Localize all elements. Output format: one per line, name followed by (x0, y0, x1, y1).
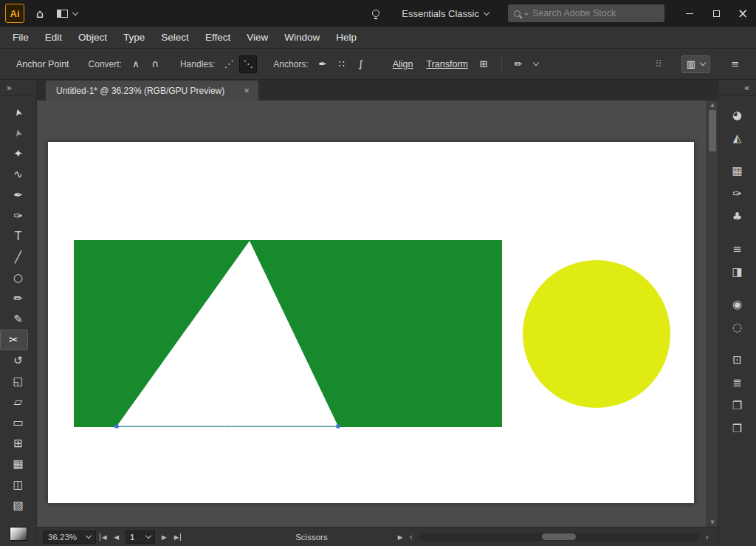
previous-artboard-button[interactable]: ◀ (114, 533, 120, 541)
panel-dock-toggle-button[interactable]: ▥ (681, 55, 710, 73)
anchor-right[interactable] (337, 425, 340, 429)
type-tool[interactable]: T (0, 226, 37, 247)
maximize-button[interactable] (703, 0, 729, 27)
brushes-panel-button[interactable]: ✑ (718, 182, 756, 205)
illustrator-logo: Ai (5, 4, 24, 23)
status-expand-button[interactable]: ▶ (398, 533, 403, 541)
menu-help[interactable]: Help (328, 27, 365, 49)
ellipse-tool[interactable]: ○ (0, 267, 37, 288)
arrange-documents-button[interactable] (57, 10, 78, 18)
transparency-panel-button[interactable]: ◉ (718, 293, 756, 315)
appearance-panel-button[interactable]: ◌ (718, 315, 756, 338)
style-options-button[interactable]: ✏ (509, 55, 527, 73)
artboards-panel-button[interactable]: ❒ (718, 417, 756, 440)
anchor-mid[interactable] (227, 426, 229, 428)
menu-view[interactable]: View (238, 27, 276, 49)
slice-tool-icon: ▧ (13, 499, 23, 512)
width-tool[interactable]: ▱ (0, 392, 37, 412)
selection-tool[interactable]: ➤ (0, 102, 37, 123)
panel-expand-button[interactable]: « (718, 80, 756, 96)
ellipse-tool-icon: ○ (13, 271, 23, 284)
curvature-tool[interactable]: ✑ (0, 205, 37, 226)
cut-path-button[interactable]: ∫ (352, 55, 370, 73)
menu-edit[interactable]: Edit (37, 27, 70, 49)
zoom-level-select[interactable]: 36.23% (43, 530, 96, 544)
yellow-circle[interactable] (523, 260, 670, 408)
home-icon[interactable]: ⌂ (36, 7, 44, 21)
discover-lightbulb-icon[interactable] (372, 10, 379, 17)
toolbar-expand-button[interactable]: » (0, 80, 36, 96)
asset-export-panel-button[interactable]: ❐ (718, 394, 756, 417)
artboard[interactable] (48, 142, 694, 503)
artboard-number-input[interactable] (130, 533, 145, 542)
grid-snapping-icon[interactable]: ⠿ (655, 58, 662, 69)
color-panel-button[interactable]: ◕ (718, 103, 756, 126)
pencil-tool[interactable]: ✎ (0, 309, 37, 330)
horizontal-scrollbar[interactable] (419, 533, 699, 541)
connect-anchors-button[interactable]: ✒ (314, 55, 331, 73)
rotate-tool[interactable]: ↺ (0, 350, 37, 371)
menu-file[interactable]: File (4, 27, 37, 49)
gradient-panel-button[interactable]: ◨ (718, 260, 756, 283)
swatches-panel-button[interactable]: ▦ (718, 159, 756, 182)
align-link[interactable]: Align (393, 59, 413, 69)
stock-search-box[interactable] (508, 4, 664, 22)
stroke-panel-button[interactable]: ≡ (718, 237, 756, 260)
swatches-panel-icon: ▦ (732, 164, 742, 177)
menu-effect[interactable]: Effect (197, 27, 238, 49)
scroll-down-icon[interactable]: ▼ (707, 519, 718, 525)
slice-tool[interactable]: ▧ (0, 495, 37, 516)
menu-type[interactable]: Type (115, 27, 153, 49)
anchor-left[interactable] (115, 425, 119, 429)
document-tab[interactable]: Untitled-1* @ 36.23% (RGB/GPU Preview) × (46, 81, 258, 100)
vertical-scrollbar[interactable]: ▲ ▼ (707, 100, 718, 527)
hscroll-right-icon[interactable]: › (705, 532, 709, 542)
menu-object[interactable]: Object (70, 27, 115, 49)
color-guide-panel-button[interactable]: ◭ (718, 126, 756, 149)
close-button[interactable]: × (729, 0, 756, 27)
canvas-viewport[interactable]: ▲ ▼ (37, 100, 718, 527)
isolate-selection-button[interactable]: ⊞ (475, 55, 492, 73)
scroll-up-icon[interactable]: ▲ (707, 102, 718, 108)
convert-to-corner-button[interactable]: ∧ (127, 55, 145, 73)
scale-tool[interactable]: ◱ (0, 371, 37, 392)
artboard-tool[interactable]: ◫ (0, 474, 37, 495)
remove-anchors-button[interactable]: ∷ (333, 55, 351, 73)
first-artboard-button[interactable]: ◀ (100, 533, 107, 541)
tab-close-icon[interactable]: × (244, 85, 250, 96)
panels-rail: ◕◭▦✑♣≡◨◉◌⊡≣❐❒ (718, 103, 756, 440)
minimize-button[interactable] (676, 0, 703, 27)
shape-builder-tool[interactable]: ⊞ (0, 433, 37, 454)
search-input[interactable] (532, 8, 659, 18)
color-panel-icon: ◕ (732, 109, 742, 122)
transform-link[interactable]: Transform (426, 59, 468, 69)
magic-wand-tool[interactable]: ✦ (0, 143, 37, 164)
hscroll-left-icon[interactable]: ‹ (409, 532, 413, 542)
paintbrush-tool[interactable]: ✏ (0, 288, 37, 309)
convert-to-smooth-button[interactable]: ∩ (146, 55, 164, 73)
horizontal-scroll-thumb[interactable] (542, 533, 576, 540)
line-segment-tool[interactable]: ╱ (0, 247, 37, 267)
direct-selection-tool[interactable]: ➤ (0, 123, 37, 143)
vertical-scroll-thumb[interactable] (709, 110, 716, 151)
menu-select[interactable]: Select (153, 27, 197, 49)
scissors-tool[interactable]: ✂ (0, 330, 28, 350)
free-transform-tool[interactable]: ▭ (0, 412, 37, 433)
artboard-navigation-field[interactable] (126, 530, 155, 544)
workspace-switcher[interactable]: Essentials Classic (402, 8, 489, 19)
symbols-panel-button[interactable]: ♣ (718, 205, 756, 228)
lasso-tool[interactable]: ∿ (0, 164, 37, 185)
pen-tool[interactable]: ✒ (0, 185, 37, 205)
layers-panel-button[interactable]: ≣ (718, 371, 756, 394)
fill-stroke-chip[interactable] (10, 527, 27, 541)
graphic-styles-panel-button[interactable]: ⊡ (718, 348, 756, 371)
menu-window[interactable]: Window (276, 27, 328, 49)
hide-handles-button[interactable]: ⋱ (239, 55, 257, 73)
show-handles-button[interactable]: ⋰ (220, 55, 238, 73)
perspective-grid-tool[interactable]: ▦ (0, 454, 37, 474)
gradient-panel-icon: ◨ (732, 265, 742, 279)
next-artboard-button[interactable]: ▶ (162, 533, 167, 541)
chevron-down-icon[interactable] (533, 60, 539, 66)
last-artboard-button[interactable]: ▶ (174, 533, 182, 541)
control-bar-menu-icon[interactable]: ≡ (726, 55, 744, 73)
